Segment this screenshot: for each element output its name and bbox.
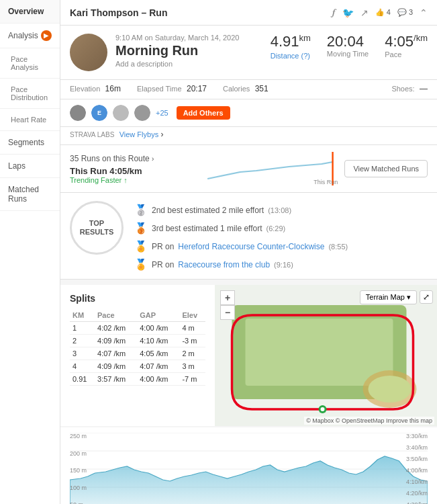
- elevation-stat: Elevation 16m: [70, 84, 121, 93]
- matched-runs-bar: 35 Runs on this Route › This Run 4:05/km…: [60, 145, 437, 193]
- splits-header-elev: Elev: [179, 309, 205, 322]
- activity-time: 9:10 AM on Saturday, March 14, 2020: [115, 34, 262, 42]
- elevation-chart-svg: [70, 433, 428, 504]
- pace-label: Pace: [385, 50, 428, 58]
- splits-section: Splits KM Pace GAP Elev 14:02 /km4:00 /k…: [60, 285, 437, 426]
- this-run-label: This Run 4:05/km: [70, 166, 201, 176]
- medal-pr-1: 🏅: [134, 240, 148, 253]
- result-pr-label-2: PR on: [152, 260, 174, 269]
- map-wrap: + − Terrain Map ▾ ⤢ © Mapbox © OpenStree…: [215, 285, 437, 426]
- calories-stat: Calories 351: [223, 84, 269, 93]
- strava-laps-label: STRAVA LABS: [70, 131, 114, 138]
- medal-bronze: 🥉: [134, 222, 148, 235]
- result-text-2: 3rd best estimated 1 mile effort: [152, 224, 262, 233]
- view-flybys-section: STRAVA LABS View Flybys ›: [60, 127, 437, 145]
- table-row: 44:09 /km4:07 /km3 m: [70, 360, 205, 373]
- svg-point-6: [369, 376, 411, 403]
- top-results-items: 🥈 2nd best estimated 2 mile effort (13:0…: [134, 201, 428, 271]
- matched-runs-info: 35 Runs on this Route › This Run 4:05/km…: [70, 154, 201, 184]
- top-results-label: TOP RESULTS: [72, 219, 122, 237]
- sidebar-item-heart-rate[interactable]: Heart Rate: [0, 109, 60, 131]
- chart-right-labels: 3:30/km 3:40/km 3:50/km 4:00/km 4:10/km …: [398, 433, 428, 504]
- facebook-icon[interactable]: 𝒇: [332, 7, 336, 18]
- result-time-4: (9:16): [274, 261, 293, 269]
- distance-value: 4.91km: [271, 34, 311, 50]
- result-time-2: (6:29): [266, 224, 286, 233]
- map-attribution: © Mapbox © OpenStreetMap Improve this ma…: [304, 417, 434, 425]
- sidebar-item-matched-runs[interactable]: Matched Runs: [0, 178, 60, 211]
- route-count: 35 Runs on this Route ›: [70, 154, 201, 163]
- result-time-3: (8:55): [328, 243, 348, 251]
- sidebar-item-analysis[interactable]: Analysis ▶: [0, 24, 60, 48]
- add-description[interactable]: Add a description: [115, 60, 262, 68]
- follower-avatar-1: [70, 105, 86, 121]
- zoom-in-button[interactable]: +: [220, 290, 235, 305]
- shoes-stat: Shoes: —: [391, 84, 428, 93]
- main-content: Kari Thompson – Run 𝒇 🐦 ↗ 👍 4 💬 3 ⌃ 9:10…: [60, 0, 437, 504]
- trend-label: Trending Faster ↑: [70, 176, 201, 184]
- secondary-stats: Elevation 16m Elapsed Time 20:17 Calorie…: [60, 80, 437, 99]
- result-item-1: 🥈 2nd best estimated 2 mile effort (13:0…: [134, 204, 428, 216]
- activity-name: Morning Run: [115, 43, 262, 58]
- svg-marker-14: [70, 456, 428, 504]
- table-row: 34:07 /km4:05 /km2 m: [70, 347, 205, 360]
- sidebar-item-overview[interactable]: Overview: [0, 0, 60, 24]
- sidebar-item-segments[interactable]: Segments: [0, 131, 60, 155]
- activity-info: 9:10 AM on Saturday, March 14, 2020 Morn…: [115, 34, 262, 68]
- collapse-icon[interactable]: ⌃: [420, 7, 428, 18]
- analysis-label: Analysis: [8, 31, 38, 40]
- stat-moving-time: 20:04 Moving Time: [327, 34, 369, 60]
- sidebar-item-pace-distribution[interactable]: Pace Distribution: [0, 79, 60, 109]
- share-icon[interactable]: ↗: [360, 7, 369, 18]
- header-actions: 𝒇 🐦 ↗ 👍 4 💬 3 ⌃: [332, 7, 428, 18]
- elapsed-stat: Elapsed Time 20:17: [137, 84, 207, 93]
- svg-rect-4: [246, 319, 393, 386]
- sidebar-item-pace-analysis[interactable]: Pace Analysis: [0, 48, 60, 79]
- twitter-icon[interactable]: 🐦: [342, 7, 354, 18]
- follower-avatar-2: E: [91, 105, 107, 121]
- followers-row: E +25 Add Others: [60, 99, 437, 127]
- medal-silver: 🥈: [134, 204, 148, 216]
- sidebar-item-laps[interactable]: Laps: [0, 155, 60, 178]
- splits-title: Splits: [70, 293, 205, 304]
- medal-pr-2: 🏅: [134, 258, 148, 271]
- result-pr-label-1: PR on: [152, 242, 174, 251]
- moving-time-label: Moving Time: [327, 50, 369, 58]
- splits-header-gap: GAP: [137, 309, 179, 322]
- table-row: 0.913:57 /km4:00 /km-7 m: [70, 373, 205, 386]
- follower-avatar-4: [134, 105, 150, 121]
- stat-pace: 4:05/km Pace: [385, 34, 428, 60]
- view-flybys-link[interactable]: View Flybys: [119, 130, 158, 138]
- splits-header-km: KM: [70, 309, 95, 322]
- pace-value: 4:05/km: [385, 34, 428, 50]
- zoom-out-button[interactable]: −: [220, 305, 235, 320]
- result-item-3: 🏅 PR on Hereford Racecourse Counter-Cloc…: [134, 240, 428, 253]
- comment-count[interactable]: 💬 3: [397, 8, 413, 17]
- activity-stats: 4.91km Distance (?) 20:04 Moving Time 4:…: [271, 34, 428, 60]
- analysis-badge: ▶: [41, 30, 52, 41]
- add-others-button[interactable]: Add Others: [177, 106, 230, 120]
- splits-table-wrap: Splits KM Pace GAP Elev 14:02 /km4:00 /k…: [60, 285, 215, 426]
- svg-point-8: [321, 407, 325, 411]
- distance-label[interactable]: Distance (?): [271, 52, 311, 60]
- expand-map-button[interactable]: ⤢: [420, 290, 433, 304]
- chart-y-labels: 250 m 200 m 150 m 100 m 50 m: [70, 433, 90, 504]
- top-results-circle: TOP RESULTS: [70, 201, 124, 255]
- followers-count[interactable]: +25: [156, 109, 168, 117]
- splits-header-pace: Pace: [95, 309, 137, 322]
- this-run-marker: This Run: [313, 179, 338, 185]
- stat-distance: 4.91km Distance (?): [271, 34, 311, 60]
- result-link-2[interactable]: Racecourse from the club: [178, 260, 270, 269]
- run-chart: This Run: [207, 152, 338, 185]
- result-time-1: (13:08): [268, 206, 291, 214]
- view-matched-button[interactable]: View Matched Runs: [344, 160, 428, 177]
- result-link-1[interactable]: Hereford Racecourse Counter-Clockwise: [178, 242, 324, 251]
- map-controls: + −: [220, 290, 235, 320]
- like-count[interactable]: 👍 4: [375, 8, 391, 17]
- top-results-section: TOP RESULTS 🥈 2nd best estimated 2 mile …: [60, 193, 437, 280]
- activity-card: 9:10 AM on Saturday, March 14, 2020 Morn…: [60, 26, 437, 80]
- terrain-map-button[interactable]: Terrain Map ▾: [360, 290, 417, 304]
- result-item-4: 🏅 PR on Racecourse from the club (9:16): [134, 258, 428, 271]
- table-row: 14:02 /km4:00 /km4 m: [70, 322, 205, 335]
- elevation-section: 250 m 200 m 150 m 100 m 50 m: [60, 427, 437, 504]
